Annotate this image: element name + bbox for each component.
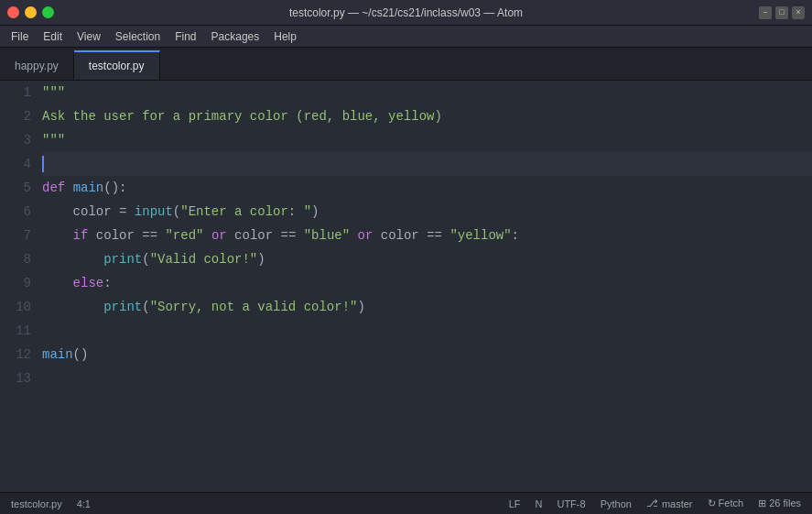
tab-happy-py-label: happy.py — [15, 60, 59, 72]
fetch-icon: ↻ — [708, 498, 719, 509]
line-num-1: 1 — [0, 81, 42, 104]
files-icon: ⊞ — [758, 498, 769, 509]
line-num-10: 10 — [0, 295, 42, 319]
status-fetch[interactable]: ↻ Fetch — [708, 498, 744, 509]
fetch-label: Fetch — [719, 498, 744, 509]
win-minimize-icon[interactable]: – — [759, 6, 772, 19]
line-num-13: 13 — [0, 366, 42, 390]
code-line-1: """ — [42, 81, 812, 104]
code-area[interactable]: """ Ask the user for a primary color (re… — [42, 81, 812, 492]
status-encoding[interactable]: UTF-8 — [557, 498, 585, 509]
line-num-11: 11 — [0, 319, 42, 343]
status-files[interactable]: ⊞ 26 files — [758, 498, 801, 509]
code-line-9: else: — [42, 271, 812, 295]
menu-packages[interactable]: Packages — [204, 28, 267, 45]
code-line-6: color = input("Enter a color: ") — [42, 200, 812, 224]
title-bar-left — [7, 6, 54, 18]
tab-testcolor-py[interactable]: testcolor.py — [74, 50, 160, 80]
code-line-13 — [42, 366, 812, 390]
files-label: 26 files — [769, 498, 801, 509]
code-line-12: main() — [42, 343, 812, 366]
title-bar-right: – □ × — [759, 6, 805, 19]
window-title: testcolor.py — ~/cs21/cs21/inclass/w03 —… — [289, 6, 523, 19]
tab-testcolor-py-label: testcolor.py — [89, 60, 145, 72]
line-num-4: 4 — [0, 152, 42, 176]
status-filename: testcolor.py — [11, 498, 62, 509]
title-bar: testcolor.py — ~/cs21/cs21/inclass/w03 —… — [0, 0, 812, 26]
status-bar-right: LF N UTF-8 Python ⎇ master ↻ Fetch ⊞ 26 … — [509, 498, 801, 509]
line-num-7: 7 — [0, 224, 42, 247]
code-line-3: """ — [42, 128, 812, 152]
code-line-8: print("Valid color!") — [42, 247, 812, 271]
close-button[interactable] — [7, 6, 19, 18]
code-line-7: if color == "red" or color == "blue" or … — [42, 224, 812, 247]
line-num-6: 6 — [0, 200, 42, 224]
menu-help[interactable]: Help — [266, 28, 304, 45]
maximize-button[interactable] — [42, 6, 54, 18]
line-num-5: 5 — [0, 176, 42, 200]
status-git-branch[interactable]: ⎇ master — [646, 498, 693, 509]
status-language[interactable]: Python — [601, 498, 632, 509]
menu-selection[interactable]: Selection — [108, 28, 168, 45]
line-num-3: 3 — [0, 128, 42, 152]
branch-icon: ⎇ — [646, 498, 658, 509]
line-num-8: 8 — [0, 247, 42, 271]
tab-happy-py[interactable]: happy.py — [0, 50, 74, 80]
line-num-9: 9 — [0, 271, 42, 295]
line-num-2: 2 — [0, 104, 42, 128]
editor[interactable]: 1 2 3 4 5 6 7 8 9 10 11 12 13 """ Ask th… — [0, 81, 812, 492]
line-num-12: 12 — [0, 343, 42, 366]
tab-bar: happy.py testcolor.py — [0, 48, 812, 81]
win-restore-icon[interactable]: □ — [775, 6, 788, 19]
code-line-10: print("Sorry, not a valid color!") — [42, 295, 812, 319]
menu-bar: File Edit View Selection Find Packages H… — [0, 26, 812, 48]
menu-view[interactable]: View — [70, 28, 108, 45]
code-line-2: Ask the user for a primary color (red, b… — [42, 104, 812, 128]
status-bar-left: testcolor.py 4:1 — [11, 498, 91, 509]
menu-edit[interactable]: Edit — [36, 28, 70, 45]
line-numbers: 1 2 3 4 5 6 7 8 9 10 11 12 13 — [0, 81, 42, 492]
branch-name: master — [662, 498, 693, 509]
win-close-icon[interactable]: × — [792, 6, 805, 19]
code-line-11 — [42, 319, 812, 343]
status-bar: testcolor.py 4:1 LF N UTF-8 Python ⎇ mas… — [0, 492, 812, 514]
text-cursor — [42, 156, 44, 172]
code-line-5: def main(): — [42, 176, 812, 200]
menu-file[interactable]: File — [4, 28, 36, 45]
status-cursor-position: 4:1 — [77, 498, 91, 509]
minimize-button[interactable] — [25, 6, 37, 18]
menu-find[interactable]: Find — [168, 28, 203, 45]
code-line-4[interactable] — [42, 152, 812, 176]
status-indent[interactable]: N — [536, 498, 543, 509]
status-line-ending[interactable]: LF — [509, 498, 521, 509]
